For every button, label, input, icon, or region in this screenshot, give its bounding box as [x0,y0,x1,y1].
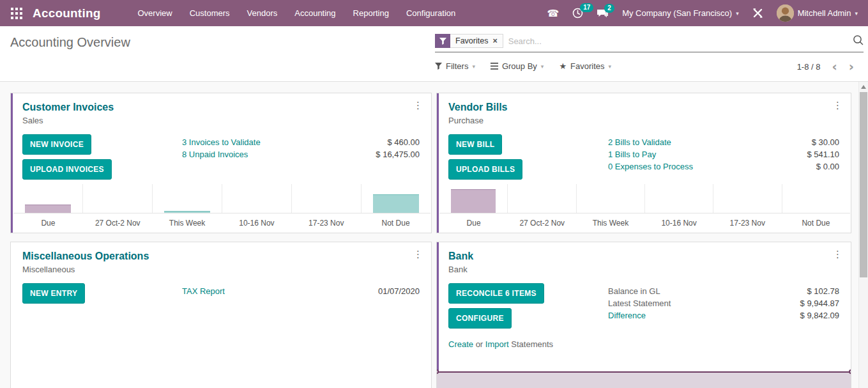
search-input[interactable] [508,36,849,46]
import-statement-link[interactable]: Import [485,339,509,349]
kanban-row: Latest Statement $ 9,944.87 [608,297,839,309]
chart-column[interactable] [645,184,713,213]
kanban-row: 0 Expenses to Process $ 0.00 [608,160,839,173]
messages-chat-icon[interactable]: 2 [597,8,609,19]
kanban-row: 2 Bills to Validate $ 30.00 [608,136,839,148]
star-icon: ★ [559,61,567,71]
kanban-row: 3 Invoices to Validate $ 460.00 [182,136,420,148]
vertical-scrollbar [858,82,868,388]
pager-range: 1-8 / 8 [797,62,821,72]
bills-to-pay-link[interactable]: 1 Bills to Pay [608,148,656,160]
chart-label: Due [13,213,83,228]
menu-vendors[interactable]: Vendors [247,8,278,18]
bank-balance-sparkline-fill [437,373,851,388]
card-kebab-menu-icon[interactable]: ⋮ [413,249,423,260]
facet-remove-icon[interactable]: × [492,36,497,45]
chart-label: 10-16 Nov [222,213,291,228]
kanban-row: Balance in GL $ 102.78 [608,285,839,297]
company-name: My Company (San Francisco) [622,8,732,18]
upload-invoices-button[interactable]: UPLOAD INVOICES [22,159,112,180]
chart-column[interactable] [83,184,153,213]
chart-label: This Week [576,213,644,228]
tax-report-link[interactable]: TAX Report [182,285,225,297]
upload-bills-button[interactable]: UPLOAD BILLS [448,159,522,180]
chart-column[interactable] [577,184,645,213]
create-statement-link[interactable]: Create [448,339,473,349]
statements-line: Create or Import Statements [448,339,553,349]
unpaid-invoices-link[interactable]: 8 Unpaid Invoices [182,148,248,160]
configure-button[interactable]: CONFIGURE [448,308,512,329]
card-title[interactable]: Vendor Bills [448,102,507,113]
phone-icon[interactable]: ☎ [547,8,559,19]
app-title[interactable]: Accounting [33,6,101,20]
card-subtitle: Miscellaneous [22,265,420,274]
chart-column[interactable] [292,184,362,213]
journal-card-miscellaneous-operations: ⋮ Miscellaneous Operations Miscellaneous… [10,242,432,388]
chart-bar [373,194,418,213]
amount: $ 16,475.00 [376,148,420,160]
pager-next-icon[interactable]: › [849,61,854,72]
user-name: Mitchell Admin [798,8,851,18]
apps-menu-icon[interactable] [11,7,24,20]
main-menu: Overview Customers Vendors Accounting Re… [138,8,456,18]
messages-count-badge: 2 [604,4,614,13]
menu-customers[interactable]: Customers [190,8,230,18]
card-title[interactable]: Bank [448,251,473,262]
user-menu[interactable]: Mitchell Admin ▾ [777,4,858,22]
facet-label: Favorites [455,36,488,45]
chart-label: Due [439,213,508,228]
company-switcher[interactable]: My Company (San Francisco) ▾ [622,8,738,18]
chart-bar [451,189,496,213]
chart-column[interactable] [508,184,576,213]
chart-label: 17-23 Nov [713,213,782,228]
chart-column[interactable] [13,184,83,213]
scrollbar-thumb[interactable] [860,92,867,277]
chevron-down-icon: ▾ [541,63,544,70]
card-title[interactable]: Miscellaneous Operations [22,251,149,262]
new-entry-button[interactable]: NEW ENTRY [22,283,85,304]
menu-accounting[interactable]: Accounting [294,8,335,18]
chart-column[interactable] [782,184,850,213]
bills-to-validate-link[interactable]: 2 Bills to Validate [608,136,671,148]
chart-label: 10-16 Nov [645,213,713,228]
activities-clock-icon[interactable]: 17 [572,8,583,19]
chart-column[interactable] [439,184,508,213]
chart-column[interactable] [713,184,782,213]
reconcile-items-button[interactable]: RECONCILE 6 ITEMS [448,283,544,304]
journal-card-vendor-bills: ⋮ Vendor Bills Purchase NEW BILL UPLOAD … [436,93,851,233]
invoices-to-validate-link[interactable]: 3 Invoices to Validate [182,136,261,148]
chart-column[interactable] [153,184,222,213]
sparkline-endpoint-marker [849,369,851,374]
difference-link[interactable]: Difference [608,309,646,322]
card-title[interactable]: Customer Invoices [22,102,114,113]
scrollbar-up-arrow-icon[interactable] [861,85,866,89]
kanban-row: 8 Unpaid Invoices $ 16,475.00 [182,148,420,160]
pager-previous-icon[interactable]: ‹ [832,61,837,72]
menu-configuration[interactable]: Configuration [406,8,455,18]
amount: $ 541.10 [807,148,839,160]
expenses-to-process-link[interactable]: 0 Expenses to Process [608,160,693,173]
aging-bar-chart: Due 27 Oct-2 Nov This Week 10-16 Nov 17-… [439,184,850,233]
new-invoice-button[interactable]: NEW INVOICE [22,134,91,155]
search-magnifier-icon[interactable] [853,35,864,48]
card-kebab-menu-icon[interactable]: ⋮ [833,100,842,111]
support-tools-icon[interactable] [752,8,763,19]
chart-bar [164,211,209,213]
chart-column[interactable] [222,184,292,213]
balance-in-gl-label: Balance in GL [608,285,660,297]
menu-reporting[interactable]: Reporting [353,8,389,18]
chevron-down-icon: ▾ [855,10,858,17]
favorites-button[interactable]: ★ Favorites ▾ [559,61,611,71]
new-bill-button[interactable]: NEW BILL [448,134,502,155]
tax-report-date: 01/07/2020 [378,285,420,297]
card-kebab-menu-icon[interactable]: ⋮ [833,249,842,260]
filters-button[interactable]: Filters ▾ [435,61,475,71]
card-kebab-menu-icon[interactable]: ⋮ [413,100,423,111]
chart-label: Not Due [782,213,850,228]
group-by-button[interactable]: Group By ▾ [491,61,544,71]
chart-label: Not Due [361,213,430,228]
chart-column[interactable] [362,184,430,213]
kanban-row: Difference $ 9,842.09 [608,309,839,322]
menu-overview[interactable]: Overview [138,8,172,18]
amount: $ 0.00 [816,160,839,173]
